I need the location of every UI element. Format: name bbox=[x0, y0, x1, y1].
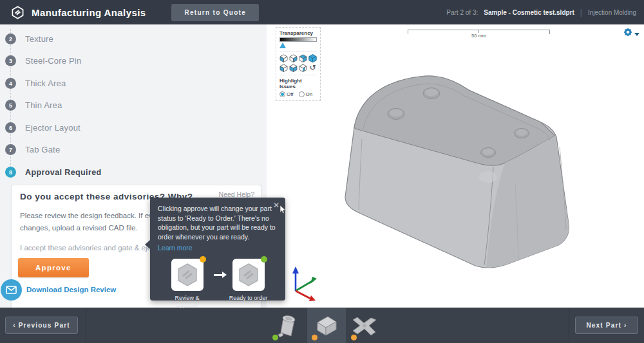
hexagon-part-icon bbox=[176, 263, 198, 287]
radio-unselected-icon bbox=[299, 91, 305, 97]
cube-two-face-icon[interactable] bbox=[289, 64, 298, 72]
previous-part-button[interactable]: ‹ Previous Part bbox=[5, 317, 78, 334]
mouse-cursor-icon bbox=[279, 205, 287, 214]
header-divider: | bbox=[580, 8, 582, 17]
transparency-slider[interactable] bbox=[279, 37, 317, 42]
step-label: Ready to order bbox=[229, 295, 268, 302]
part-count-label: Part 2 of 3: bbox=[446, 9, 478, 16]
footer-divider bbox=[86, 308, 86, 343]
top-bar: Manufacturing Analysis Return to Quote P… bbox=[0, 0, 644, 24]
step-number-badge: 8 bbox=[5, 167, 16, 178]
return-to-quote-button[interactable]: Return to Quote bbox=[171, 4, 259, 21]
highlight-on-radio[interactable]: On bbox=[299, 91, 313, 97]
part-thumbnail-3[interactable] bbox=[346, 308, 385, 343]
sidebar-item-approval-required[interactable]: 8 Approval Required bbox=[5, 167, 102, 178]
cube-bottom-left-face-icon[interactable] bbox=[279, 64, 288, 72]
approve-info-tooltip: ✕ Clicking approve will change your part… bbox=[150, 198, 285, 301]
transparency-slider-handle[interactable] bbox=[279, 42, 286, 48]
manufacturing-analysis-app: Manufacturing Analysis Return to Quote P… bbox=[0, 0, 644, 343]
footer-divider bbox=[569, 308, 569, 343]
scale-ruler: 50 mm bbox=[408, 30, 550, 33]
off-label: Off bbox=[287, 91, 294, 97]
rotate-reset-icon[interactable]: ↺ bbox=[308, 64, 317, 72]
step-number-badge: 6 bbox=[5, 122, 16, 133]
sidebar-item-label: Steel-Core Pin bbox=[25, 56, 81, 66]
panel-divider bbox=[279, 75, 317, 75]
sidebar-item-tab-gate[interactable]: 7 Tab Gate bbox=[5, 144, 60, 155]
step-number-badge: 4 bbox=[5, 78, 16, 89]
close-icon[interactable]: ✕ bbox=[273, 201, 279, 210]
chevron-down-icon bbox=[634, 33, 639, 36]
highlight-off-radio[interactable]: Off bbox=[279, 91, 294, 97]
sidebar-item-thick-area[interactable]: 4 Thick Area bbox=[5, 78, 66, 89]
status-dot-amber bbox=[312, 335, 317, 340]
sidebar-item-label: Approval Required bbox=[25, 168, 102, 177]
step-number-badge: 5 bbox=[5, 100, 16, 111]
step-review-approve: Review & approve bbox=[167, 259, 207, 309]
status-dot-green bbox=[261, 256, 267, 263]
learn-more-link[interactable]: Learn more bbox=[158, 244, 193, 252]
part-context: Part 2 of 3: Sample - Cosmetic test.sldp… bbox=[446, 8, 636, 17]
step-number-badge: 3 bbox=[5, 55, 16, 66]
part-thumbnail-1[interactable] bbox=[268, 308, 307, 343]
sidebar-item-label: Thin Area bbox=[25, 100, 62, 110]
sidebar-item-steel-core-pin[interactable]: 3 Steel-Core Pin bbox=[5, 55, 81, 66]
hexagon-part-icon bbox=[238, 263, 260, 287]
step-label: Review & approve bbox=[175, 295, 199, 309]
cube-top-right-face-icon[interactable] bbox=[299, 54, 307, 62]
approve-button[interactable]: Approve bbox=[18, 258, 89, 277]
next-part-button[interactable]: Next Part › bbox=[575, 317, 638, 334]
gear-icon bbox=[623, 27, 633, 40]
hexagon-logo-icon bbox=[12, 6, 24, 19]
part-3d-viewport[interactable]: Transparency bbox=[267, 24, 644, 308]
sidebar-item-ejector-layout[interactable]: 6 Ejector Layout bbox=[5, 122, 80, 133]
part-status-tile bbox=[171, 259, 204, 291]
process-label: Injection Molding bbox=[588, 9, 636, 16]
sidebar-item-texture[interactable]: 2 Texture bbox=[5, 33, 53, 44]
viewer-settings-control[interactable] bbox=[623, 27, 639, 40]
status-dot-amber bbox=[351, 335, 357, 340]
cube-right-face-icon[interactable] bbox=[289, 54, 298, 62]
highlight-issues-radios: Off On bbox=[279, 91, 317, 97]
part-thumbnail-2-selected[interactable] bbox=[307, 308, 346, 343]
step-ready-to-order: Ready to order bbox=[229, 259, 269, 309]
radio-selected-icon bbox=[279, 91, 285, 97]
cross-part-icon bbox=[350, 315, 381, 337]
view-orientation-grid: ↺ bbox=[279, 54, 317, 72]
app-title: Manufacturing Analysis bbox=[32, 7, 146, 18]
tooltip-text: Clicking approve will change your part s… bbox=[158, 204, 278, 241]
part-filename: Sample - Cosmetic test.sldprt bbox=[484, 9, 574, 16]
sidebar-item-thin-area[interactable]: 5 Thin Area bbox=[5, 100, 62, 111]
sidebar-item-label: Texture bbox=[25, 34, 53, 44]
cube-left-face-icon[interactable] bbox=[279, 54, 288, 62]
scale-label: 50 mm bbox=[408, 33, 550, 39]
part-3d-model[interactable] bbox=[322, 64, 631, 296]
status-dot-amber bbox=[200, 256, 206, 263]
sidebar-item-label: Thick Area bbox=[25, 79, 66, 88]
box-part-icon bbox=[314, 314, 339, 338]
part-navigation-bar: ‹ Previous Part bbox=[0, 308, 644, 343]
status-dot-green bbox=[272, 335, 278, 340]
axis-triad-icon bbox=[289, 265, 322, 302]
envelope-icon[interactable] bbox=[1, 279, 22, 301]
status-steps: Review & approve Ready to order bbox=[158, 259, 278, 309]
cube-corner-face-icon[interactable] bbox=[299, 64, 307, 72]
on-label: On bbox=[306, 91, 313, 97]
highlight-issues-label: Highlight Issues bbox=[279, 78, 317, 89]
step-number-badge: 2 bbox=[5, 33, 16, 44]
download-design-review-link[interactable]: Download Design Review bbox=[26, 286, 116, 293]
tooltip-pointer bbox=[145, 240, 150, 249]
panel-divider bbox=[279, 51, 317, 51]
step-number-badge: 7 bbox=[5, 144, 16, 155]
transparency-label: Transparency bbox=[279, 30, 317, 36]
isometric-view-selected-icon[interactable] bbox=[308, 54, 317, 62]
transition-arrow-icon bbox=[214, 259, 222, 291]
sidebar-item-label: Tab Gate bbox=[25, 145, 60, 154]
viewer-controls-panel: Transparency bbox=[276, 27, 321, 101]
part-status-tile bbox=[232, 259, 265, 291]
sidebar-item-label: Ejector Layout bbox=[25, 123, 80, 133]
